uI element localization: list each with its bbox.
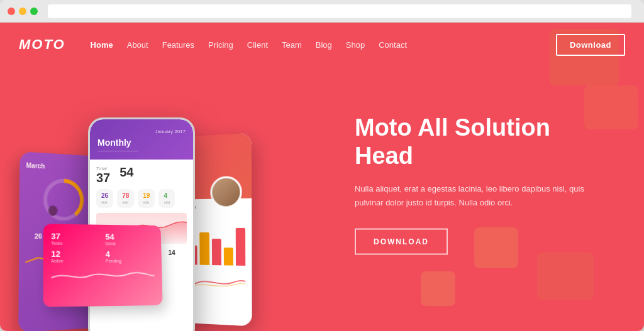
nav-features[interactable]: Features	[162, 40, 194, 50]
phone-monthly-label: Monthly	[97, 138, 186, 148]
logo: MOTO	[19, 36, 65, 53]
hero-content: Moto All Solution Head Nulla aliquet, er…	[355, 113, 594, 254]
card-front: 37 Tasks 54 Done 12 Active 4 Pending	[43, 224, 163, 307]
bar-6	[224, 247, 233, 265]
traffic-light-red[interactable]	[8, 8, 15, 15]
phone-time: January 2017	[97, 129, 186, 134]
bar-7	[236, 227, 246, 266]
hero-description: Nulla aliquet, erat a egestas lacinia, l…	[355, 182, 594, 209]
nav-blog[interactable]: Blog	[316, 40, 332, 50]
card-stat-1: 37 Tasks	[51, 232, 101, 246]
nav-home[interactable]: Home	[91, 40, 113, 50]
page-content: MOTO Home About Features Pricing Client …	[0, 23, 644, 331]
card-stats: 37 Tasks 54 Done 12 Active 4 Pending	[51, 232, 154, 263]
deco-rect-4	[421, 271, 455, 306]
traffic-light-yellow[interactable]	[19, 8, 26, 15]
bar-4	[200, 232, 209, 264]
card-wave	[51, 268, 155, 287]
nav-pricing[interactable]: Pricing	[208, 40, 233, 50]
phone-main-header: January 2017 Monthly ─────────────	[90, 119, 193, 160]
address-bar[interactable]	[48, 4, 631, 18]
deco-rect-5	[537, 252, 594, 300]
nav-contact[interactable]: Contact	[379, 40, 407, 50]
traffic-light-green[interactable]	[30, 8, 38, 15]
hero-title: Moto All Solution Head	[355, 113, 594, 170]
phone-main-stats-row: Total 37 54	[96, 166, 187, 184]
card-wave-svg	[51, 268, 155, 285]
traffic-lights	[8, 8, 38, 15]
card-stat-2: 54 Done	[105, 232, 154, 246]
browser-window: MOTO Home About Features Pricing Client …	[0, 0, 644, 331]
hero-download-button[interactable]: DOWNLOAD	[355, 228, 448, 254]
nav-client[interactable]: Client	[247, 40, 268, 50]
nav-shop[interactable]: Shop	[346, 40, 365, 50]
card-stat-3: 12 Active	[51, 249, 102, 263]
nav-download-button[interactable]: Download	[556, 34, 625, 56]
navbar: MOTO Home About Features Pricing Client …	[0, 23, 644, 67]
browser-chrome	[0, 0, 644, 23]
card-stat-4: 4 Pending	[106, 249, 155, 263]
circle-gauge-icon	[40, 175, 87, 224]
phones-container: March 26	[13, 61, 277, 331]
bar-5	[211, 239, 221, 265]
nav-links: Home About Features Pricing Client Team …	[91, 34, 625, 56]
nav-about[interactable]: About	[127, 40, 148, 50]
nav-team[interactable]: Team	[282, 40, 302, 50]
